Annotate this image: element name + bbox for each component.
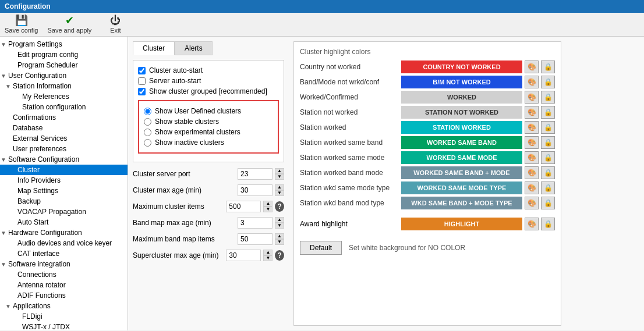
help-icon-5[interactable]: ? xyxy=(275,250,284,261)
lock-icon-8[interactable]: 🔒 xyxy=(541,181,555,194)
lock-icon-9[interactable]: 🔒 xyxy=(541,197,555,209)
spin-up-5[interactable]: ▲ xyxy=(263,250,273,255)
sidebar-item-user-configuration[interactable]: ▼ User Configuration xyxy=(0,70,128,81)
eyedropper-icon-0[interactable]: 🎨 xyxy=(525,60,539,73)
spin-up-1[interactable]: ▲ xyxy=(275,184,284,190)
spin-down-2[interactable]: ▼ xyxy=(263,207,273,212)
sidebar-item-fldigi[interactable]: FLDigi xyxy=(0,311,128,322)
spin-input-5[interactable] xyxy=(226,250,261,261)
award-eyedropper-icon[interactable]: 🎨 xyxy=(525,218,539,230)
eyedropper-icon-9[interactable]: 🎨 xyxy=(525,197,539,209)
spin-up-0[interactable]: ▲ xyxy=(275,168,284,174)
sidebar-item-program-settings[interactable]: ▼ Program Settings xyxy=(0,39,128,49)
sidebar-item-voacap-propagation[interactable]: VOACAP Propagation xyxy=(0,207,128,217)
sidebar-item-program-scheduler[interactable]: Program Scheduler xyxy=(0,60,128,70)
color-button-0[interactable]: COUNTRY NOT WORKED xyxy=(401,60,522,73)
radio-option-3[interactable] xyxy=(144,139,151,147)
sidebar-item-my-references[interactable]: My References xyxy=(0,91,128,102)
sidebar-item-cluster[interactable]: Cluster xyxy=(0,165,128,175)
eyedropper-icon-8[interactable]: 🎨 xyxy=(525,181,539,194)
eyedropper-icon-3[interactable]: 🎨 xyxy=(525,106,539,119)
radio-option-1[interactable] xyxy=(144,118,151,126)
color-button-9[interactable]: WKD SAME BAND + MODE TYPE xyxy=(401,197,522,209)
cluster-autostart-checkbox[interactable] xyxy=(138,67,146,74)
sidebar-item-wsjt-x[interactable]: WSJT-x / JTDX xyxy=(0,322,128,330)
sidebar-item-label: ADIF Functions xyxy=(16,291,67,300)
sidebar-item-audio-devices[interactable]: Audio devices and voice keyer xyxy=(0,238,128,248)
sidebar-item-applications[interactable]: ▼ Applications xyxy=(0,301,128,311)
color-row-6: Station worked same mode WORKED SAME MOD… xyxy=(300,150,555,165)
sidebar-item-label: Database xyxy=(12,123,44,133)
sidebar-item-label: User Configuration xyxy=(7,71,68,80)
spin-up-4[interactable]: ▲ xyxy=(275,233,284,239)
sidebar-item-user-preferences[interactable]: User preferences xyxy=(0,144,128,154)
spin-up-2[interactable]: ▲ xyxy=(263,201,273,207)
spin-up-3[interactable]: ▲ xyxy=(275,217,284,223)
lock-icon-7[interactable]: 🔒 xyxy=(541,166,555,179)
color-button-4[interactable]: STATION WORKED xyxy=(401,121,522,134)
spin-input-0[interactable] xyxy=(238,168,273,180)
sidebar-item-antenna-rotator[interactable]: Antenna rotator xyxy=(0,280,128,290)
color-button-1[interactable]: B/M NOT WORKED xyxy=(401,76,522,88)
eyedropper-icon-2[interactable]: 🎨 xyxy=(525,91,539,104)
lock-icon-4[interactable]: 🔒 xyxy=(541,121,555,134)
spin-input-1[interactable] xyxy=(238,184,273,196)
eyedropper-icon-4[interactable]: 🎨 xyxy=(525,121,539,134)
sidebar-item-hardware-configuration[interactable]: ▼ Hardware Configuration xyxy=(0,227,128,238)
color-button-5[interactable]: WORKED SAME BAND xyxy=(401,136,522,149)
spin-down-0[interactable]: ▼ xyxy=(275,174,284,180)
sidebar-item-backup[interactable]: Backup xyxy=(0,196,128,207)
lock-icon-0[interactable]: 🔒 xyxy=(541,60,555,73)
tab-cluster[interactable]: Cluster xyxy=(133,41,175,55)
spin-down-4[interactable]: ▼ xyxy=(275,239,284,245)
sidebar-item-info-providers[interactable]: Info Providers xyxy=(0,175,128,186)
color-button-7[interactable]: WORKED SAME BAND + MODE xyxy=(401,166,522,179)
sidebar-item-adif-functions[interactable]: ADIF Functions xyxy=(0,290,128,301)
color-button-6[interactable]: WORKED SAME MODE xyxy=(401,151,522,164)
eyedropper-icon-1[interactable]: 🎨 xyxy=(525,76,539,88)
sidebar-item-cat-interface[interactable]: CAT interface xyxy=(0,248,128,259)
exit-button[interactable]: ⏻ Exit xyxy=(101,15,130,34)
sidebar-item-software-configuration[interactable]: ▼ Software Configuration xyxy=(0,154,128,165)
spin-down-5[interactable]: ▼ xyxy=(263,255,273,261)
color-button-3[interactable]: STATION NOT WORKED xyxy=(401,106,522,119)
sidebar-item-station-configuration[interactable]: Station configuration xyxy=(0,102,128,112)
show-grouped-checkbox[interactable] xyxy=(138,88,146,95)
spin-input-4[interactable] xyxy=(238,233,273,245)
radio-option-2[interactable] xyxy=(144,129,151,136)
sidebar-item-auto-start[interactable]: Auto Start xyxy=(0,217,128,227)
save-config-button[interactable]: 💾 Save config xyxy=(5,15,38,34)
eyedropper-icon-7[interactable]: 🎨 xyxy=(525,166,539,179)
eyedropper-icon-5[interactable]: 🎨 xyxy=(525,136,539,149)
award-color-button[interactable]: HIGHLIGHT xyxy=(401,218,522,230)
sidebar-item-edit-program-config[interactable]: Edit program config xyxy=(0,49,128,60)
sidebar-item-confirmations[interactable]: Confirmations xyxy=(0,112,128,123)
lock-icon-6[interactable]: 🔒 xyxy=(541,151,555,164)
lock-icon-3[interactable]: 🔒 xyxy=(541,106,555,119)
sidebar-item-external-services[interactable]: External Services xyxy=(0,133,128,144)
spin-down-3[interactable]: ▼ xyxy=(275,223,284,229)
help-icon-2[interactable]: ? xyxy=(275,201,284,212)
server-autostart-checkbox[interactable] xyxy=(138,77,146,85)
radio-option-0[interactable] xyxy=(144,108,151,115)
tab-alerts[interactable]: Alerts xyxy=(175,41,213,55)
sidebar-item-station-information[interactable]: ▼ Station Information xyxy=(0,81,128,91)
lock-icon-1[interactable]: 🔒 xyxy=(541,76,555,88)
sidebar-item-connections[interactable]: Connections xyxy=(0,269,128,280)
award-lock-icon[interactable]: 🔒 xyxy=(541,218,555,230)
sidebar-item-map-settings[interactable]: Map Settings xyxy=(0,186,128,196)
radio-label-0: Show User Defined clusters xyxy=(155,107,241,115)
default-button[interactable]: Default xyxy=(300,241,342,255)
color-button-2[interactable]: WORKED xyxy=(401,91,522,104)
spin-down-1[interactable]: ▼ xyxy=(275,190,284,196)
sidebar-item-database[interactable]: Database xyxy=(0,123,128,133)
spin-input-3[interactable] xyxy=(238,217,273,229)
save-and-apply-button[interactable]: ✔ Save and apply xyxy=(47,15,91,34)
lock-icon-5[interactable]: 🔒 xyxy=(541,136,555,149)
lock-icon-2[interactable]: 🔒 xyxy=(541,91,555,104)
save-apply-icon: ✔ xyxy=(65,15,74,26)
eyedropper-icon-6[interactable]: 🎨 xyxy=(525,151,539,164)
spin-input-2[interactable] xyxy=(226,201,261,212)
sidebar-item-software-integration[interactable]: ▼ Software integration xyxy=(0,259,128,269)
color-button-8[interactable]: WORKED SAME MODE TYPE xyxy=(401,181,522,194)
